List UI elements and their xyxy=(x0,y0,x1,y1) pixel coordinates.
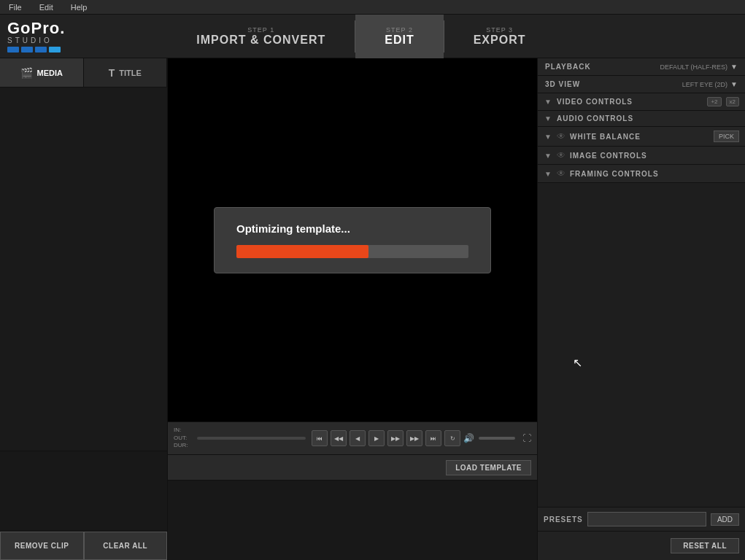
timecode-info: IN: OUT: DUR: xyxy=(174,427,188,449)
logo-dot-1 xyxy=(7,47,19,52)
playback-label: PLAYBACK xyxy=(545,63,591,71)
video-controls-badge2: x2 xyxy=(726,97,739,106)
playback-row: PLAYBACK DEFAULT (HALF-RES) ▼ xyxy=(538,58,745,76)
3d-view-dropdown-arrow[interactable]: ▼ xyxy=(730,80,738,88)
presets-label: PRESETS xyxy=(544,516,583,524)
white-balance-label: WHITE BALANCE xyxy=(570,133,709,141)
3d-view-value[interactable]: LEFT EYE (2D) ▼ xyxy=(682,80,738,88)
remove-clip-button[interactable]: REMOVE CLIP xyxy=(0,532,84,560)
reset-all-button[interactable]: RESET ALL xyxy=(671,538,739,553)
menu-help[interactable]: Help xyxy=(68,1,90,13)
media-icon: 🎬 xyxy=(20,67,33,79)
playback-value-text: DEFAULT (HALF-RES) xyxy=(660,63,727,71)
framing-controls-label: FRAMING CONTROLS xyxy=(570,170,739,178)
load-template-button[interactable]: LOAD TEMPLATE xyxy=(446,460,531,475)
tab-media-label: MEDIA xyxy=(37,69,63,77)
step2-name: EDIT xyxy=(385,34,414,47)
transport-play[interactable]: ▶▶ xyxy=(387,430,404,446)
logo-dot-4 xyxy=(49,47,61,52)
tab-media[interactable]: 🎬 MEDIA xyxy=(0,58,84,87)
audio-controls-chevron: ▼ xyxy=(544,114,552,122)
volume-slider[interactable] xyxy=(479,437,515,440)
3d-view-label: 3D VIEW xyxy=(545,80,580,88)
transport-play-back[interactable]: ▶ xyxy=(368,430,385,446)
left-content-area xyxy=(0,88,167,451)
title-icon: T xyxy=(109,67,115,79)
white-balance-chevron: ▼ xyxy=(544,133,552,141)
in-label: IN: xyxy=(174,427,188,434)
image-controls-section[interactable]: ▼ 👁 IMAGE CONTROLS xyxy=(538,147,745,165)
step1-name: IMPORT & CONVERT xyxy=(196,34,325,47)
framing-controls-section[interactable]: ▼ 👁 FRAMING CONTROLS xyxy=(538,165,745,183)
transport-skip-start[interactable]: ⏮ xyxy=(312,430,328,446)
right-panel: PLAYBACK DEFAULT (HALF-RES) ▼ 3D VIEW LE… xyxy=(537,58,745,560)
image-controls-label: IMAGE CONTROLS xyxy=(570,152,739,160)
progress-bar-fill xyxy=(236,245,368,258)
logo-dot-3 xyxy=(35,47,47,52)
step3-number: STEP 3 xyxy=(486,26,513,34)
load-template-bar: LOAD TEMPLATE xyxy=(168,454,537,480)
3d-view-row: 3D VIEW LEFT EYE (2D) ▼ xyxy=(538,76,745,93)
step-import-convert[interactable]: STEP 1 IMPORT & CONVERT xyxy=(167,15,355,58)
steps-navigation: STEP 1 IMPORT & CONVERT STEP 2 EDIT STEP… xyxy=(167,15,555,58)
step2-number: STEP 2 xyxy=(386,26,413,34)
presets-input[interactable] xyxy=(587,512,706,526)
transport-skip-end[interactable]: ⏭ xyxy=(425,430,441,446)
white-balance-section[interactable]: ▼ 👁 WHITE BALANCE PICK xyxy=(538,127,745,147)
video-controls-chevron: ▼ xyxy=(544,98,552,106)
left-timeline-strip xyxy=(0,451,167,531)
logo-text-gopro: GoPro. xyxy=(7,20,65,36)
video-controls-label: VIDEO CONTROLS xyxy=(557,98,703,106)
left-tabs: 🎬 MEDIA T TITLE xyxy=(0,58,167,88)
transport-loop[interactable]: ↻ xyxy=(444,430,460,446)
clear-all-button[interactable]: CLEAR ALL xyxy=(84,532,168,560)
dur-label: DUR: xyxy=(174,442,188,449)
audio-controls-label: AUDIO CONTROLS xyxy=(557,114,739,122)
video-preview: Optimizing template... ↖ xyxy=(168,58,537,421)
logo-text-studio: STUDIO xyxy=(7,36,65,44)
video-controls-section[interactable]: ▼ VIDEO CONTROLS +2 x2 xyxy=(538,93,745,111)
logo-dot-2 xyxy=(21,47,33,52)
menu-bar: File Edit Help xyxy=(0,0,745,15)
timeline-scrubber[interactable] xyxy=(197,437,306,440)
step-export[interactable]: STEP 3 EXPORT xyxy=(444,15,555,58)
image-controls-eye-icon[interactable]: 👁 xyxy=(557,150,565,160)
main-layout: 🎬 MEDIA T TITLE REMOVE CLIP CLEAR ALL Op… xyxy=(0,58,745,560)
presets-add-button[interactable]: ADD xyxy=(711,513,739,526)
playback-dropdown-arrow[interactable]: ▼ xyxy=(730,63,738,71)
image-controls-chevron: ▼ xyxy=(544,152,552,160)
left-bottom-buttons: REMOVE CLIP CLEAR ALL xyxy=(0,531,167,560)
tab-title[interactable]: T TITLE xyxy=(84,58,168,87)
presets-row: PRESETS ADD xyxy=(538,507,745,531)
center-panel: Optimizing template... ↖ IN: OUT: DUR: ⏮… xyxy=(168,58,537,560)
transport-next-frame[interactable]: ▶▶ xyxy=(406,430,422,446)
timeline-controls: IN: OUT: DUR: ⏮ ◀◀ ◀ ▶ ▶▶ ▶▶ ⏭ ↻ 🔊 ⛶ xyxy=(168,421,537,454)
fullscreen-button[interactable]: ⛶ xyxy=(522,433,531,443)
presets-area xyxy=(538,183,745,507)
transport-back[interactable]: ◀ xyxy=(350,430,366,446)
white-balance-pick-button[interactable]: PICK xyxy=(714,131,739,142)
app-logo: GoPro. STUDIO xyxy=(7,20,65,52)
left-panel: 🎬 MEDIA T TITLE REMOVE CLIP CLEAR ALL xyxy=(0,58,168,560)
progress-dialog: Optimizing template... xyxy=(214,207,491,273)
framing-controls-eye-icon[interactable]: 👁 xyxy=(557,168,565,179)
audio-controls-section[interactable]: ▼ AUDIO CONTROLS xyxy=(538,111,745,127)
playback-value[interactable]: DEFAULT (HALF-RES) ▼ xyxy=(660,63,738,71)
menu-edit[interactable]: Edit xyxy=(36,1,56,13)
header: GoPro. STUDIO STEP 1 IMPORT & CONVERT ST… xyxy=(0,15,745,58)
tab-title-label: TITLE xyxy=(119,69,142,77)
step3-name: EXPORT xyxy=(474,34,526,47)
transport-prev-frame[interactable]: ◀◀ xyxy=(331,430,347,446)
video-controls-badge1: +2 xyxy=(707,97,721,106)
bottom-timeline xyxy=(168,480,537,560)
menu-file[interactable]: File xyxy=(6,1,25,13)
reset-all-row: RESET ALL xyxy=(538,531,745,560)
3d-view-value-text: LEFT EYE (2D) xyxy=(682,81,727,88)
framing-controls-chevron: ▼ xyxy=(544,170,552,178)
logo-dots xyxy=(7,47,65,52)
step1-number: STEP 1 xyxy=(247,26,274,34)
step-edit[interactable]: STEP 2 EDIT xyxy=(355,15,443,58)
volume-icon[interactable]: 🔊 xyxy=(463,433,474,443)
white-balance-eye-icon[interactable]: 👁 xyxy=(557,131,565,141)
progress-bar-container xyxy=(236,245,468,258)
